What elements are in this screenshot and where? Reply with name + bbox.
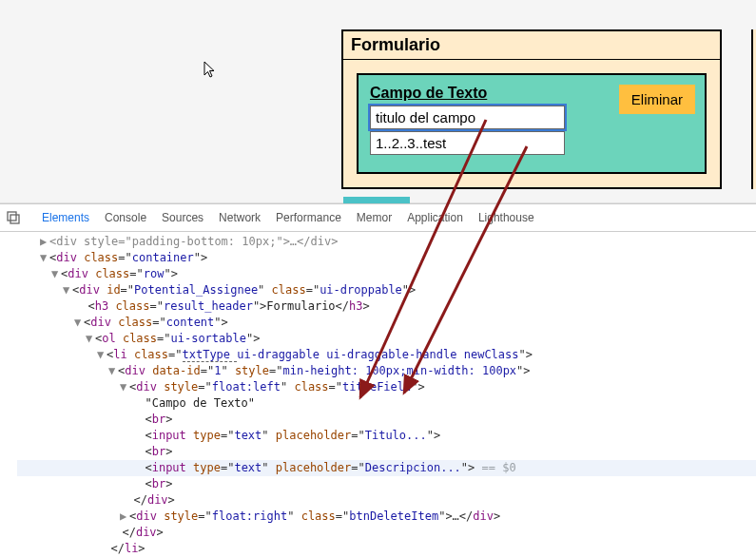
adjacent-panel-edge bbox=[751, 29, 756, 189]
dom-line[interactable]: ▼<div class="container"> bbox=[17, 250, 756, 266]
dom-line[interactable]: ▼<div style="float:left" class="titleFie… bbox=[17, 379, 756, 395]
form-panel: Formulario Eliminar Campo de Texto bbox=[341, 29, 722, 189]
dom-line[interactable]: </div> bbox=[17, 525, 756, 541]
text-field-card[interactable]: Eliminar Campo de Texto bbox=[357, 73, 707, 174]
dom-line[interactable]: <br> bbox=[17, 412, 756, 428]
dom-line[interactable]: "Campo de Texto" bbox=[17, 395, 756, 412]
svg-rect-1 bbox=[10, 215, 19, 223]
delete-button[interactable]: Eliminar bbox=[619, 85, 695, 114]
tab-network[interactable]: Network bbox=[219, 208, 261, 227]
dom-line[interactable]: ▼<div class="row"> bbox=[17, 266, 756, 282]
dom-line[interactable]: </div> bbox=[17, 492, 756, 509]
dom-line[interactable]: <br> bbox=[17, 444, 756, 460]
title-input[interactable] bbox=[370, 106, 565, 129]
svg-rect-0 bbox=[8, 212, 16, 221]
dom-line[interactable]: ▼<div class="content"> bbox=[17, 315, 756, 331]
tab-lighthouse[interactable]: Lighthouse bbox=[478, 208, 534, 227]
tab-performance[interactable]: Performance bbox=[276, 208, 341, 227]
mouse-cursor-icon bbox=[204, 61, 219, 85]
description-input[interactable] bbox=[370, 131, 565, 155]
dom-line[interactable]: ▼<ol class="ui-sortable"> bbox=[17, 331, 756, 347]
inspect-icon[interactable] bbox=[0, 211, 27, 224]
tab-elements[interactable]: Elements bbox=[42, 208, 89, 227]
dom-line[interactable]: <input type="text" placeholder="Titulo..… bbox=[17, 428, 756, 444]
dom-line[interactable]: ▼<div data-id="1" style="min-height: 100… bbox=[17, 363, 756, 379]
page-viewport: Formulario Eliminar Campo de Texto bbox=[0, 0, 756, 203]
button-stub bbox=[343, 197, 410, 203]
devtools-panel: Elements Console Sources Network Perform… bbox=[0, 203, 756, 557]
tab-application[interactable]: Application bbox=[407, 208, 463, 227]
tab-console[interactable]: Console bbox=[105, 208, 146, 227]
tab-sources[interactable]: Sources bbox=[162, 208, 204, 227]
devtools-dom-tree[interactable]: ▶<div style="padding-bottom: 10px;">…</d… bbox=[0, 232, 756, 557]
form-header: Formulario bbox=[343, 31, 720, 60]
dom-line[interactable]: </li> bbox=[17, 541, 756, 557]
dom-line[interactable]: <br> bbox=[17, 476, 756, 492]
tab-memory[interactable]: Memor bbox=[357, 208, 392, 227]
devtools-toolbar: Elements Console Sources Network Perform… bbox=[0, 204, 756, 232]
dom-line[interactable]: ▼<div id="Potential_Assignee" class="ui-… bbox=[17, 282, 756, 298]
dom-line[interactable]: ▶<div style="float:right" class="btnDele… bbox=[17, 509, 756, 525]
dom-line-selected[interactable]: <input type="text" placeholder="Descripc… bbox=[17, 460, 756, 476]
dom-line[interactable]: <h3 class="result_header">Formulario</h3… bbox=[17, 298, 756, 315]
dom-line[interactable]: ▶<div style="padding-bottom: 10px;">…</d… bbox=[17, 234, 756, 250]
dom-line[interactable]: ▼<li class="txtType ui-draggable ui-drag… bbox=[17, 347, 756, 363]
